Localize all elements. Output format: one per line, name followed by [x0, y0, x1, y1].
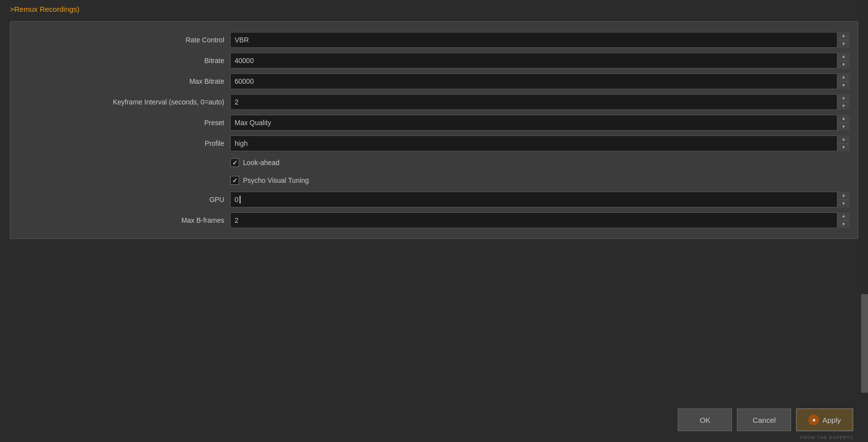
- max-bframes-up[interactable]: ▲: [837, 212, 850, 221]
- gpu-row: GPU 0 ▲ ▼: [10, 189, 858, 210]
- look-ahead-checkbox-item[interactable]: Look-ahead: [230, 158, 279, 167]
- keyframe-input[interactable]: [230, 94, 850, 110]
- look-ahead-label: Look-ahead: [243, 159, 279, 167]
- scrollbar-track[interactable]: [861, 0, 868, 442]
- max-bitrate-input[interactable]: [230, 73, 850, 89]
- rate-control-spinner: ▲ ▼: [837, 32, 850, 48]
- gpu-up[interactable]: ▲: [837, 192, 850, 200]
- max-bitrate-up[interactable]: ▲: [837, 73, 850, 82]
- preset-label: Preset: [18, 119, 230, 127]
- keyframe-input-wrapper: ▲ ▼: [230, 94, 850, 110]
- profile-down[interactable]: ▼: [837, 144, 850, 152]
- bitrate-down[interactable]: ▼: [837, 61, 850, 69]
- rate-control-input[interactable]: [230, 32, 850, 48]
- psycho-visual-label: Psycho Visual Tuning: [243, 176, 309, 184]
- max-bframes-row: Max B-frames ▲ ▼: [10, 210, 858, 231]
- max-bframes-spinner: ▲ ▼: [837, 212, 850, 228]
- profile-row: Profile ▲ ▼: [10, 133, 858, 154]
- profile-input-wrapper: ▲ ▼: [230, 136, 850, 151]
- keyframe-up[interactable]: ▲: [837, 94, 850, 102]
- psycho-visual-checkbox[interactable]: [230, 176, 239, 185]
- gpu-cursor: [240, 196, 241, 204]
- scrollbar-thumb[interactable]: [861, 294, 868, 393]
- gpu-label: GPU: [18, 196, 230, 204]
- keyframe-row: Keyframe Interval (seconds, 0=auto) ▲ ▼: [10, 92, 858, 112]
- max-bitrate-input-wrapper: ▲ ▼: [230, 73, 850, 89]
- bottom-bar: OK Cancel ★ Apply: [0, 398, 868, 442]
- max-bitrate-down[interactable]: ▼: [837, 82, 850, 90]
- gpu-input-display[interactable]: 0: [230, 192, 850, 207]
- bitrate-spinner: ▲ ▼: [837, 53, 850, 68]
- gpu-down[interactable]: ▼: [837, 200, 850, 208]
- bitrate-row: Bitrate ▲ ▼: [10, 50, 858, 71]
- gpu-spinner: ▲ ▼: [837, 192, 850, 207]
- max-bitrate-row: Max Bitrate ▲ ▼: [10, 71, 858, 92]
- max-bitrate-label: Max Bitrate: [18, 77, 230, 85]
- preset-input[interactable]: [230, 115, 850, 131]
- look-ahead-checkbox[interactable]: [230, 158, 239, 167]
- watermark: FROM THE EXPERTS: [800, 435, 853, 440]
- max-bframes-label: Max B-frames: [18, 216, 230, 224]
- apply-icon: ★: [808, 414, 819, 425]
- preset-row: Preset ▲ ▼: [10, 112, 858, 133]
- preset-down[interactable]: ▼: [837, 123, 850, 131]
- profile-spinner: ▲ ▼: [837, 136, 850, 151]
- top-link[interactable]: >Remux Recordings): [0, 0, 868, 21]
- bitrate-label: Bitrate: [18, 57, 230, 65]
- bitrate-input-wrapper: ▲ ▼: [230, 53, 850, 68]
- rate-control-row: Rate Control ▲ ▼: [10, 30, 858, 50]
- cancel-button[interactable]: Cancel: [737, 408, 791, 431]
- max-bframes-input-wrapper: ▲ ▼: [230, 212, 850, 228]
- keyframe-down[interactable]: ▼: [837, 102, 850, 110]
- bitrate-up[interactable]: ▲: [837, 53, 850, 61]
- bitrate-input[interactable]: [230, 53, 850, 68]
- look-ahead-row: Look-ahead: [222, 154, 858, 171]
- profile-label: Profile: [18, 139, 230, 147]
- keyframe-label: Keyframe Interval (seconds, 0=auto): [18, 98, 230, 106]
- rate-control-label: Rate Control: [18, 36, 230, 44]
- rate-control-up[interactable]: ▲: [837, 32, 850, 40]
- rate-control-input-wrapper: ▲ ▼: [230, 32, 850, 48]
- apply-label: Apply: [822, 416, 841, 424]
- profile-input[interactable]: [230, 136, 850, 151]
- profile-up[interactable]: ▲: [837, 136, 850, 144]
- preset-up[interactable]: ▲: [837, 115, 850, 123]
- gpu-input-wrapper: 0 ▲ ▼: [230, 192, 850, 207]
- psycho-visual-checkbox-item[interactable]: Psycho Visual Tuning: [230, 176, 309, 185]
- settings-panel: Rate Control ▲ ▼ Bitrate ▲ ▼ Max Bitrate…: [10, 21, 858, 239]
- psycho-visual-row: Psycho Visual Tuning: [222, 171, 858, 189]
- rate-control-down[interactable]: ▼: [837, 40, 850, 48]
- preset-spinner: ▲ ▼: [837, 115, 850, 131]
- max-bframes-down[interactable]: ▼: [837, 221, 850, 229]
- ok-button[interactable]: OK: [678, 408, 732, 431]
- max-bframes-input[interactable]: [230, 212, 850, 228]
- apply-button[interactable]: ★ Apply: [796, 408, 853, 431]
- keyframe-spinner: ▲ ▼: [837, 94, 850, 110]
- preset-input-wrapper: ▲ ▼: [230, 115, 850, 131]
- max-bitrate-spinner: ▲ ▼: [837, 73, 850, 89]
- gpu-value: 0: [235, 196, 239, 204]
